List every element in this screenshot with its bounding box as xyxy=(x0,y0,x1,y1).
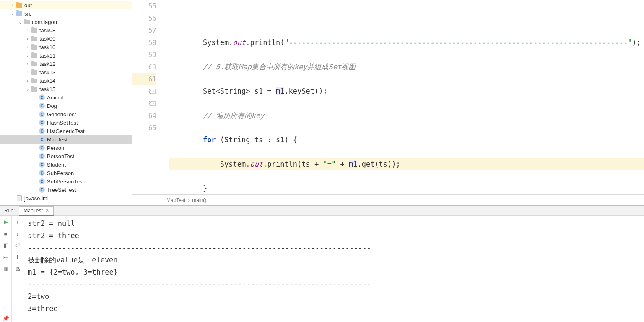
tree-label: HashSetTest xyxy=(47,120,78,126)
tree-label: ListGenericTest xyxy=(47,128,85,134)
node-icon: C xyxy=(39,136,45,143)
tree-label: out xyxy=(24,2,32,8)
node-icon: C xyxy=(39,144,45,151)
line-number: 63- xyxy=(132,97,156,110)
node-icon xyxy=(16,2,23,8)
tree-label: task08 xyxy=(39,27,55,34)
line-number: 62- xyxy=(132,85,156,97)
tree-label: com.lagou xyxy=(32,19,57,25)
caret-icon[interactable]: ⌄ xyxy=(17,20,23,24)
snapshot-button[interactable]: ◧ xyxy=(2,241,10,249)
exit-button[interactable]: ⇤ xyxy=(2,253,10,261)
node-icon: C xyxy=(39,170,45,176)
node-icon xyxy=(31,44,38,50)
run-tab[interactable]: MapTest ✕ xyxy=(19,206,53,216)
variable-usage: m1 xyxy=(276,87,284,95)
code-content[interactable]: System.out.println("--------------------… xyxy=(166,0,644,194)
tree-label: TreeSetTest xyxy=(47,187,76,193)
scroll-end-button[interactable]: ⤓ xyxy=(14,253,21,261)
stop-button[interactable]: ■ xyxy=(2,230,10,237)
line-number: 59 xyxy=(132,49,156,61)
node-icon xyxy=(16,10,23,17)
caret-icon[interactable]: › xyxy=(24,70,31,75)
tree-label: task12 xyxy=(39,61,55,67)
caret-icon[interactable]: › xyxy=(24,79,31,83)
tree-node-generictest[interactable]: CGenericTest xyxy=(0,110,132,118)
soft-wrap-button[interactable]: ⏎ xyxy=(14,241,21,249)
run-toolbar-secondary: ↑ ↓ ⏎ ⤓ 🖶 xyxy=(12,216,23,322)
caret-icon[interactable]: › xyxy=(24,53,31,58)
tree-node-task14[interactable]: ›task14 xyxy=(0,76,132,85)
down-arrow-icon[interactable]: ↓ xyxy=(14,230,21,237)
node-icon xyxy=(31,69,38,76)
tree-node-javase-iml[interactable]: javase.iml xyxy=(0,194,132,202)
caret-icon[interactable]: ⌄ xyxy=(24,87,31,92)
pin-button[interactable]: 📌 xyxy=(2,314,10,322)
node-icon: C xyxy=(39,178,45,185)
caret-icon[interactable]: › xyxy=(24,45,31,50)
tree-node-dog[interactable]: CDog xyxy=(0,102,132,110)
print-button[interactable]: 🖶 xyxy=(14,265,21,272)
caret-icon[interactable]: › xyxy=(24,37,31,41)
tree-label: src xyxy=(24,10,31,17)
node-icon: C xyxy=(39,119,45,126)
tree-node-task10[interactable]: ›task10 xyxy=(0,43,132,51)
tree-node-person[interactable]: CPerson xyxy=(0,144,132,152)
line-number: 65 xyxy=(132,122,156,134)
tree-node-maptest[interactable]: CMapTest xyxy=(0,135,132,144)
tree-node-src[interactable]: ⌄src xyxy=(0,9,132,18)
tree-node-com-lagou[interactable]: ⌄com.lagou xyxy=(0,18,132,26)
rerun-button[interactable]: ▶ xyxy=(2,218,10,225)
caret-icon[interactable]: › xyxy=(24,28,31,33)
fold-icon[interactable]: - xyxy=(151,65,156,69)
tree-node-task09[interactable]: ›task09 xyxy=(0,34,132,43)
line-number: 58 xyxy=(132,37,156,49)
node-icon: C xyxy=(39,102,45,109)
tree-node-task08[interactable]: ›task08 xyxy=(0,26,132,34)
tree-node-subperson[interactable]: CSubPerson xyxy=(0,169,132,177)
tree-node-subpersontest[interactable]: CSubPersonTest xyxy=(0,177,132,186)
node-icon xyxy=(31,60,38,67)
tree-label: Dog xyxy=(47,103,57,109)
node-icon: C xyxy=(39,186,45,193)
caret-icon[interactable]: ⌄ xyxy=(9,11,16,16)
console-output[interactable]: str2 = null str2 = three ---------------… xyxy=(23,216,644,322)
tree-node-task12[interactable]: ›task12 xyxy=(0,60,132,68)
line-number: 56 xyxy=(132,12,156,24)
line-number: 55 xyxy=(132,0,156,12)
fold-icon[interactable]: - xyxy=(151,89,156,94)
tree-label: task14 xyxy=(39,78,55,84)
project-tree[interactable]: ›out⌄src⌄com.lagou›task08›task09›task10›… xyxy=(0,0,132,205)
line-number: 61 xyxy=(132,73,156,85)
close-icon[interactable]: ✕ xyxy=(45,208,49,213)
tree-node-task13[interactable]: ›task13 xyxy=(0,68,132,76)
node-icon xyxy=(31,77,38,84)
tree-node-treesettest[interactable]: CTreeSetTest xyxy=(0,186,132,194)
breadcrumb-class[interactable]: MapTest xyxy=(166,197,185,203)
node-icon xyxy=(31,52,38,59)
tree-node-task15[interactable]: ⌄task15 xyxy=(0,85,132,93)
tree-label: javase.iml xyxy=(24,195,49,202)
field-ref: out xyxy=(233,38,246,47)
node-icon xyxy=(31,27,38,34)
tree-node-hashsettest[interactable]: CHashSetTest xyxy=(0,118,132,127)
run-label: Run: xyxy=(0,208,19,214)
code-editor[interactable]: 555657585960-6162-63-6465 System.out.pri… xyxy=(132,0,644,194)
trash-button[interactable]: 🗑 xyxy=(2,265,10,272)
tree-label: Animal xyxy=(47,94,64,101)
breadcrumb[interactable]: MapTest › main() xyxy=(132,194,644,205)
caret-icon[interactable]: › xyxy=(24,62,31,66)
breadcrumb-method[interactable]: main() xyxy=(192,197,206,203)
code-text: System. xyxy=(203,38,233,47)
run-panel: Run: MapTest ✕ ▶ ■ ◧ ⇤ 🗑 📌 ↑ ↓ ⏎ ⤓ 🖶 xyxy=(0,205,644,322)
up-arrow-icon[interactable]: ↑ xyxy=(14,218,21,225)
tree-node-out[interactable]: ›out xyxy=(0,1,132,9)
tree-node-persontest[interactable]: CPersonTest xyxy=(0,152,132,160)
fold-icon[interactable]: - xyxy=(151,101,156,106)
tree-node-student[interactable]: CStudent xyxy=(0,160,132,169)
caret-icon[interactable]: › xyxy=(9,3,16,8)
tree-node-animal[interactable]: CAnimal xyxy=(0,93,132,102)
tree-node-listgenerictest[interactable]: CListGenericTest xyxy=(0,127,132,135)
tree-node-task11[interactable]: ›task11 xyxy=(0,51,132,60)
tree-label: task13 xyxy=(39,69,55,76)
